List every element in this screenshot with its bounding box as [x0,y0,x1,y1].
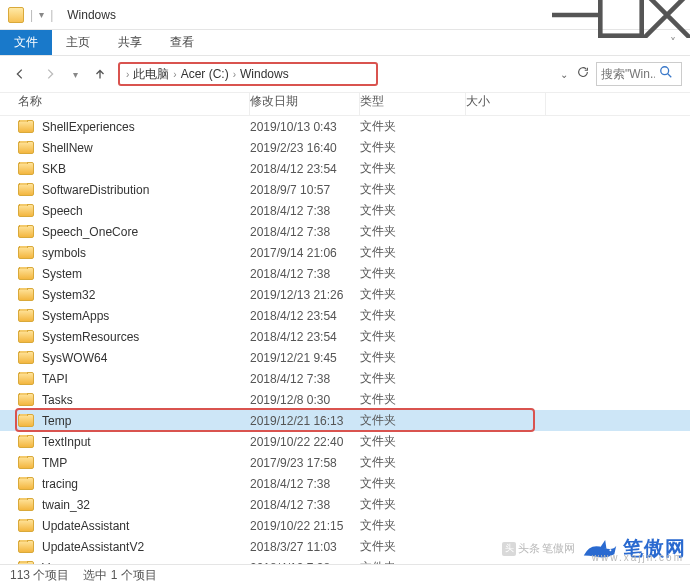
tab-home[interactable]: 主页 [52,30,104,55]
table-row[interactable]: System2018/4/12 7:38文件夹 [0,263,690,284]
item-type: 文件夹 [360,223,466,240]
file-list[interactable]: ShellExperiences2019/10/13 0:43文件夹ShellN… [0,116,690,586]
column-name[interactable]: 名称 [0,93,250,115]
item-type: 文件夹 [360,244,466,261]
tab-view[interactable]: 查看 [156,30,208,55]
breadcrumb-this-pc[interactable]: 此电脑 [133,66,169,83]
table-row[interactable]: Speech_OneCore2018/4/12 7:38文件夹 [0,221,690,242]
item-date: 2019/2/23 16:40 [250,141,360,155]
address-actions: ⌄ [560,65,590,83]
folder-icon [18,435,34,448]
item-date: 2019/10/22 21:15 [250,519,360,533]
item-name: Speech_OneCore [42,225,138,239]
folder-icon [18,330,34,343]
item-type: 文件夹 [360,412,466,429]
window-title: Windows [67,8,116,22]
table-row[interactable]: ShellExperiences2019/10/13 0:43文件夹 [0,116,690,137]
item-date: 2018/4/12 7:38 [250,372,360,386]
qat-dropdown-icon[interactable]: ▾ [39,9,44,20]
item-date: 2018/3/27 11:03 [250,540,360,554]
folder-icon [18,141,34,154]
column-date[interactable]: 修改日期 [250,93,360,115]
item-type: 文件夹 [360,517,466,534]
item-name: tracing [42,477,78,491]
file-tab[interactable]: 文件 [0,30,52,55]
ribbon-expand-icon[interactable]: ˅ [656,30,690,55]
table-row[interactable]: SoftwareDistribution2018/9/7 10:57文件夹 [0,179,690,200]
table-row[interactable]: TAPI2018/4/12 7:38文件夹 [0,368,690,389]
table-row[interactable]: tracing2018/4/12 7:38文件夹 [0,473,690,494]
column-type[interactable]: 类型 [360,93,466,115]
item-type: 文件夹 [360,370,466,387]
table-row[interactable]: TMP2017/9/23 17:58文件夹 [0,452,690,473]
folder-icon [18,414,34,427]
item-type: 文件夹 [360,391,466,408]
item-type: 文件夹 [360,265,466,282]
up-button[interactable] [88,62,112,86]
table-row[interactable]: SysWOW642019/12/21 9:45文件夹 [0,347,690,368]
table-row[interactable]: UpdateAssistant2019/10/22 21:15文件夹 [0,515,690,536]
item-date: 2018/9/7 10:57 [250,183,360,197]
breadcrumb-drive[interactable]: Acer (C:) [181,67,229,81]
recent-locations-button[interactable]: ▾ [68,62,82,86]
ribbon-tabs: 文件 主页 共享 查看 ˅ [0,30,690,56]
folder-icon [18,456,34,469]
table-row[interactable]: SystemResources2018/4/12 23:54文件夹 [0,326,690,347]
item-type: 文件夹 [360,181,466,198]
item-name: Speech [42,204,83,218]
qat-separator: | [30,8,33,22]
table-row[interactable]: ShellNew2019/2/23 16:40文件夹 [0,137,690,158]
item-type: 文件夹 [360,475,466,492]
search-box[interactable] [596,62,682,86]
table-row[interactable]: TextInput2019/10/22 22:40文件夹 [0,431,690,452]
search-input[interactable] [601,67,655,81]
item-type: 文件夹 [360,286,466,303]
table-row[interactable]: SKB2018/4/12 23:54文件夹 [0,158,690,179]
table-row[interactable]: Temp2019/12/21 16:13文件夹 [0,410,690,431]
table-row[interactable]: Speech2018/4/12 7:38文件夹 [0,200,690,221]
item-name: symbols [42,246,86,260]
table-row[interactable]: SystemApps2018/4/12 23:54文件夹 [0,305,690,326]
minimize-button[interactable] [552,0,598,30]
item-date: 2017/9/14 21:06 [250,246,360,260]
item-date: 2019/12/8 0:30 [250,393,360,407]
item-name: SysWOW64 [42,351,107,365]
item-name: twain_32 [42,498,90,512]
address-bar[interactable]: › 此电脑 › Acer (C:) › Windows [118,62,378,86]
table-row[interactable]: twain_322018/4/12 7:38文件夹 [0,494,690,515]
item-name: Tasks [42,393,73,407]
item-date: 2019/12/13 21:26 [250,288,360,302]
table-row[interactable]: Tasks2019/12/8 0:30文件夹 [0,389,690,410]
item-name: ShellNew [42,141,93,155]
breadcrumb-folder[interactable]: Windows [240,67,289,81]
item-name: Temp [42,414,71,428]
folder-icon [18,309,34,322]
folder-icon [18,288,34,301]
table-row[interactable]: symbols2017/9/14 21:06文件夹 [0,242,690,263]
item-date: 2019/12/21 9:45 [250,351,360,365]
chevron-right-icon: › [173,69,176,80]
column-size[interactable]: 大小 [466,93,546,115]
close-button[interactable] [644,0,690,30]
item-date: 2018/4/12 7:38 [250,204,360,218]
folder-icon [18,372,34,385]
item-name: TAPI [42,372,68,386]
item-type: 文件夹 [360,307,466,324]
maximize-button[interactable] [598,0,644,30]
tab-share[interactable]: 共享 [104,30,156,55]
folder-icon [18,477,34,490]
item-date: 2019/12/21 16:13 [250,414,360,428]
item-type: 文件夹 [360,139,466,156]
forward-button[interactable] [38,62,62,86]
search-icon[interactable] [659,65,673,83]
back-button[interactable] [8,62,32,86]
folder-icon [18,351,34,364]
item-name: UpdateAssistantV2 [42,540,144,554]
folder-icon [18,204,34,217]
refresh-button[interactable] [576,65,590,83]
table-row[interactable]: UpdateAssistantV22018/3/27 11:03文件夹 [0,536,690,557]
item-date: 2018/4/12 23:54 [250,330,360,344]
table-row[interactable]: System322019/12/13 21:26文件夹 [0,284,690,305]
svg-point-1 [661,67,669,75]
address-dropdown-icon[interactable]: ⌄ [560,69,568,80]
